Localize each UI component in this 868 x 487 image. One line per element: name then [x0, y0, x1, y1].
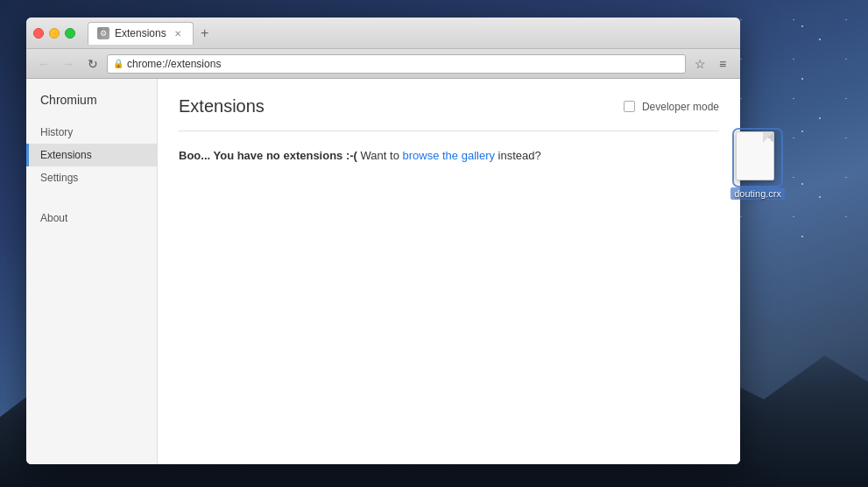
sidebar-item-about-label: About [40, 212, 67, 224]
crx-file-icon [736, 131, 780, 184]
file-name-label: douting.crx [730, 187, 785, 200]
bookmark-icon: ☆ [695, 57, 706, 71]
content-area: Chromium History Extensions Settings Abo… [26, 79, 740, 464]
tab-close-button[interactable]: ✕ [172, 27, 184, 39]
sidebar-item-settings-label: Settings [40, 172, 78, 184]
menu-button[interactable]: ≡ [712, 53, 733, 74]
sidebar: Chromium History Extensions Settings Abo… [26, 79, 158, 464]
minimize-button[interactable] [49, 28, 60, 39]
menu-icon: ≡ [719, 57, 726, 71]
empty-message-suffix: instead? [495, 149, 541, 162]
back-icon: ← [38, 57, 50, 71]
tab-area: ⚙ Extensions ✕ + [88, 22, 733, 45]
sidebar-brand: Chromium [26, 93, 157, 121]
empty-message-text: Boo... You have no extensions :-( Want t… [179, 149, 541, 162]
sidebar-nav: History Extensions Settings About [26, 121, 157, 229]
file-icon-body [736, 131, 774, 180]
developer-mode-control: Developer mode [624, 101, 719, 113]
reload-icon: ↻ [88, 57, 98, 71]
close-button[interactable] [33, 28, 44, 39]
forward-icon: → [62, 57, 74, 71]
browse-gallery-link[interactable]: browse the gallery [402, 149, 495, 162]
nav-bar: ← → ↻ 🔒 chrome://extensions ☆ ≡ [26, 49, 740, 79]
address-bar[interactable]: 🔒 chrome://extensions [107, 54, 686, 74]
main-content: Extensions Developer mode Boo... You hav… [158, 79, 740, 464]
tab-extensions[interactable]: ⚙ Extensions ✕ [88, 22, 194, 45]
new-tab-button[interactable]: + [194, 22, 216, 45]
forward-button[interactable]: → [58, 53, 79, 74]
nav-actions: ☆ ≡ [689, 53, 733, 74]
reload-button[interactable]: ↻ [82, 53, 103, 74]
sidebar-item-history-label: History [40, 126, 73, 138]
maximize-button[interactable] [65, 28, 75, 39]
file-icon-fold [763, 132, 773, 143]
browser-window: ⚙ Extensions ✕ + ← → ↻ 🔒 chrome://extens… [26, 18, 740, 464]
empty-message-prefix: Boo... You have no extensions :-( [179, 149, 357, 162]
sidebar-item-settings[interactable]: Settings [26, 166, 157, 189]
tab-label: Extensions [115, 27, 166, 39]
desktop-file-icon[interactable]: douting.crx [730, 131, 785, 200]
bookmark-button[interactable]: ☆ [689, 53, 710, 74]
tab-favicon: ⚙ [97, 27, 109, 39]
sidebar-item-extensions-label: Extensions [40, 149, 92, 161]
page-header: Extensions Developer mode [179, 96, 719, 131]
sidebar-item-about[interactable]: About [26, 207, 157, 229]
sidebar-item-history[interactable]: History [26, 121, 157, 144]
back-button[interactable]: ← [33, 53, 54, 74]
lock-icon: 🔒 [113, 59, 123, 68]
sidebar-bottom-section: About [26, 207, 157, 229]
developer-mode-checkbox[interactable] [624, 101, 635, 112]
developer-mode-label: Developer mode [642, 101, 719, 113]
empty-extensions-message: Boo... You have no extensions :-( Want t… [179, 149, 719, 162]
empty-message-middle: Want to [357, 149, 403, 162]
page-title: Extensions [179, 96, 265, 116]
traffic-lights [33, 28, 75, 39]
title-bar: ⚙ Extensions ✕ + [26, 18, 740, 49]
sidebar-item-extensions[interactable]: Extensions [26, 144, 157, 166]
address-text: chrome://extensions [127, 58, 680, 70]
